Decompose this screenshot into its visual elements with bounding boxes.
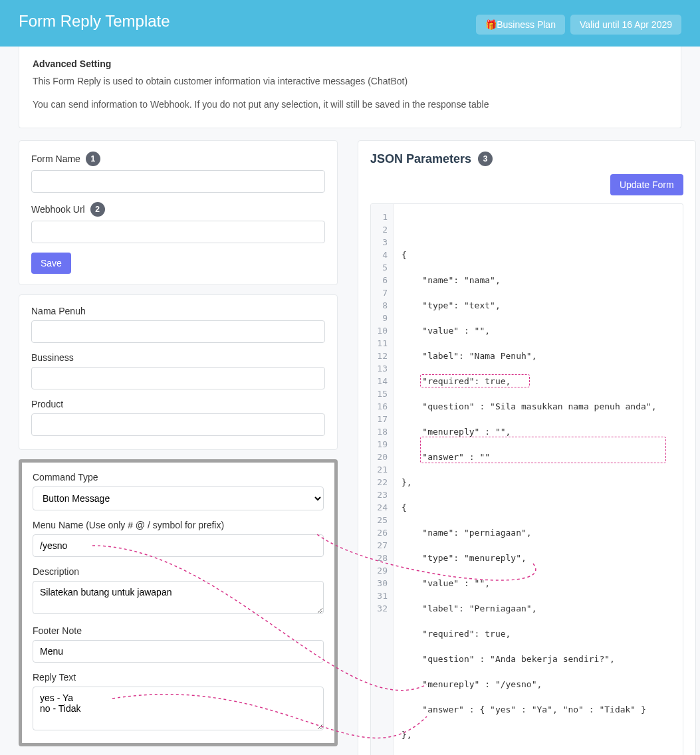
nama-penuh-input[interactable] xyxy=(31,320,325,343)
step-badge-2: 2 xyxy=(90,202,105,217)
page-header: Form Reply Template 🎁Business Plan Valid… xyxy=(0,0,700,47)
reply-text-textarea[interactable] xyxy=(33,687,324,730)
description-label: Description xyxy=(33,566,324,577)
plan-emoji-icon: 🎁 xyxy=(485,19,497,30)
plan-badge: 🎁Business Plan xyxy=(476,15,565,35)
command-type-select[interactable]: Button Message xyxy=(33,486,324,510)
valid-badge: Valid until 16 Apr 2029 xyxy=(570,15,681,35)
webhook-url-input[interactable] xyxy=(31,221,325,243)
form-fields-panel: Nama Penuh Bussiness Product xyxy=(19,294,338,450)
advanced-heading: Advanced Setting xyxy=(33,58,667,69)
json-parameters-title: JSON Parameters xyxy=(370,152,471,166)
footer-note-input[interactable] xyxy=(33,640,324,663)
product-label: Product xyxy=(31,399,325,409)
advanced-setting-card: Advanced Setting This Form Reply is used… xyxy=(19,47,681,128)
webhook-url-label: Webhook Url 2 xyxy=(31,202,325,217)
advanced-line1: This Form Reply is used to obtain custom… xyxy=(33,74,667,88)
reply-text-label: Reply Text xyxy=(33,672,324,683)
form-settings-panel: Form Name 1 Webhook Url 2 Save xyxy=(19,140,338,285)
plan-label: Business Plan xyxy=(497,19,556,30)
bussiness-input[interactable] xyxy=(31,367,325,389)
form-name-label-text: Form Name xyxy=(31,154,80,164)
advanced-line2: You can send information to Webhook. If … xyxy=(33,98,667,112)
product-input[interactable] xyxy=(31,413,325,436)
json-parameters-panel: JSON Parameters 3 Update Form 123456789 … xyxy=(358,140,696,755)
description-textarea[interactable] xyxy=(33,581,324,614)
editor-gutter: 123456789 1011121314151617 1819202122232… xyxy=(371,204,394,755)
step-badge-1: 1 xyxy=(86,152,100,166)
footer-note-label: Footer Note xyxy=(33,625,324,636)
command-panel: Command Type Button Message Menu Name (U… xyxy=(19,459,338,746)
menu-name-input[interactable] xyxy=(33,534,324,557)
form-name-label: Form Name 1 xyxy=(31,152,325,166)
editor-code[interactable]: { "name": "nama", "type": "text", "value… xyxy=(394,204,683,755)
menu-name-label: Menu Name (Use only # @ / symbol for pre… xyxy=(33,520,324,530)
command-type-label: Command Type xyxy=(33,472,324,483)
page-title: Form Reply Template xyxy=(19,12,170,31)
json-editor[interactable]: 123456789 1011121314151617 1819202122232… xyxy=(370,203,683,755)
update-form-button[interactable]: Update Form xyxy=(610,174,683,195)
form-name-input[interactable] xyxy=(31,170,325,193)
save-button[interactable]: Save xyxy=(31,253,71,274)
webhook-url-label-text: Webhook Url xyxy=(31,204,85,215)
step-badge-3: 3 xyxy=(478,152,493,166)
header-badges: 🎁Business Plan Valid until 16 Apr 2029 xyxy=(476,15,681,35)
nama-penuh-label: Nama Penuh xyxy=(31,306,325,316)
bussiness-label: Bussiness xyxy=(31,352,325,363)
